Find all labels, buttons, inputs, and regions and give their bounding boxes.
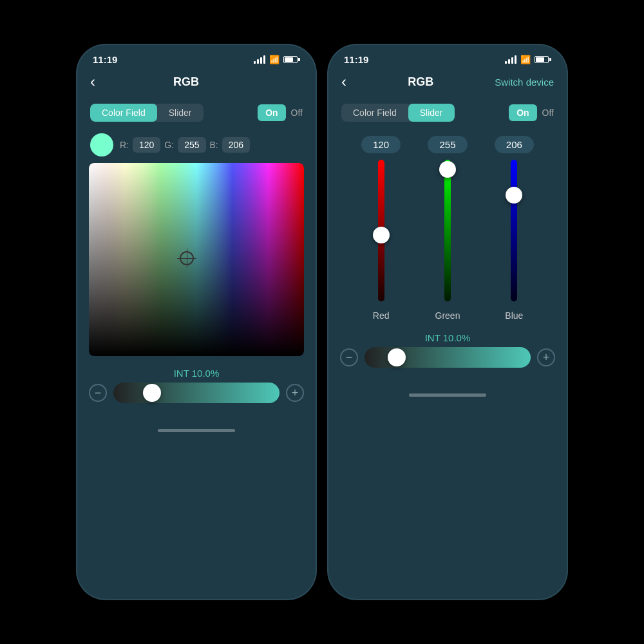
green-channel-label: Green bbox=[435, 310, 460, 321]
status-icons-left: 📶 bbox=[254, 55, 300, 64]
home-indicator-right bbox=[409, 393, 486, 397]
green-slider-col: 255 Green bbox=[428, 136, 467, 321]
b-label-left: B: bbox=[210, 140, 218, 150]
switch-device-button[interactable]: Switch device bbox=[495, 77, 554, 88]
r-label-left: R: bbox=[120, 140, 129, 150]
battery-icon-left bbox=[283, 56, 300, 63]
intensity-plus-right[interactable]: + bbox=[537, 348, 555, 366]
intensity-track-left[interactable] bbox=[113, 383, 279, 403]
blue-value-badge: 206 bbox=[495, 136, 534, 153]
rgb-values-left: R: 120 G: 255 B: 206 bbox=[120, 137, 250, 153]
intensity-minus-right[interactable]: − bbox=[340, 348, 358, 366]
sliders-area: 120 Red bbox=[328, 129, 567, 327]
g-label-left: G: bbox=[164, 140, 174, 150]
svg-rect-2 bbox=[511, 160, 517, 301]
blue-slider-thumb[interactable] bbox=[506, 187, 522, 204]
battery-icon-right bbox=[535, 56, 551, 63]
int-label-right: INT 10.0% bbox=[328, 327, 567, 347]
off-label-left[interactable]: Off bbox=[291, 108, 303, 118]
signal-icon-right bbox=[505, 55, 516, 64]
signal-icon-left bbox=[254, 55, 265, 64]
status-icons-right: 📶 bbox=[505, 55, 551, 64]
back-button-left[interactable]: ‹ bbox=[90, 73, 95, 91]
color-preview-row-left: R: 120 G: 255 B: 206 bbox=[77, 129, 316, 163]
red-slider-col: 120 Red bbox=[361, 136, 401, 321]
intensity-row-right: − + bbox=[328, 347, 567, 381]
intensity-thumb-right[interactable] bbox=[388, 348, 406, 366]
blue-slider-col: 206 Blue bbox=[495, 136, 534, 321]
back-button-right[interactable]: ‹ bbox=[341, 73, 346, 91]
blue-slider-track[interactable] bbox=[507, 160, 520, 301]
segment-color-field-left[interactable]: Color Field bbox=[90, 104, 157, 122]
segment-group-left: Color Field Slider bbox=[90, 104, 204, 122]
segment-group-right: Color Field Slider bbox=[341, 104, 455, 122]
blue-channel-label: Blue bbox=[505, 310, 523, 321]
green-slider-thumb[interactable] bbox=[439, 161, 456, 178]
intensity-minus-left[interactable]: − bbox=[89, 384, 107, 402]
on-button-left[interactable]: On bbox=[258, 104, 285, 121]
red-slider-track[interactable] bbox=[375, 160, 388, 301]
g-value-left[interactable]: 255 bbox=[178, 137, 205, 153]
nav-title-left: RGB bbox=[173, 75, 199, 89]
nav-bar-right: ‹ RGB Switch device bbox=[328, 70, 567, 99]
nav-title-right: RGB bbox=[408, 75, 433, 89]
phones-container: 11:19 📶 ‹ RGB bbox=[64, 19, 580, 625]
int-label-left: INT 10.0% bbox=[77, 363, 316, 383]
on-off-group-left: On Off bbox=[258, 104, 303, 121]
on-off-group-right: On Off bbox=[509, 104, 554, 121]
green-slider-track[interactable] bbox=[441, 160, 454, 301]
time-right: 11:19 bbox=[344, 54, 368, 65]
status-bar-left: 11:19 📶 bbox=[77, 45, 316, 70]
green-value-badge: 255 bbox=[428, 136, 467, 153]
crosshair-left bbox=[180, 251, 194, 265]
nav-bar-left: ‹ RGB bbox=[77, 70, 316, 99]
red-slider-thumb[interactable] bbox=[373, 227, 390, 243]
intensity-plus-left[interactable]: + bbox=[286, 384, 304, 402]
phone-left: 11:19 📶 ‹ RGB bbox=[77, 45, 316, 599]
red-value-badge: 120 bbox=[361, 136, 401, 153]
segment-slider-right[interactable]: Slider bbox=[408, 104, 455, 122]
time-left: 11:19 bbox=[93, 54, 117, 65]
phone-right: 11:19 📶 ‹ RGB Swi bbox=[328, 45, 567, 599]
on-button-right[interactable]: On bbox=[509, 104, 536, 121]
wifi-icon-left: 📶 bbox=[269, 55, 279, 64]
r-value-left[interactable]: 120 bbox=[133, 137, 160, 153]
off-label-right[interactable]: Off bbox=[542, 108, 554, 118]
wifi-icon-right: 📶 bbox=[520, 55, 531, 64]
red-channel-label: Red bbox=[373, 310, 390, 321]
segment-slider-left[interactable]: Slider bbox=[157, 104, 204, 122]
blue-slider-svg bbox=[507, 160, 520, 301]
color-circle-left bbox=[90, 133, 113, 156]
home-indicator-left bbox=[158, 429, 235, 432]
intensity-thumb-left[interactable] bbox=[143, 384, 161, 402]
segment-row-right: Color Field Slider On Off bbox=[328, 99, 567, 129]
color-field-wrap-left[interactable] bbox=[89, 163, 304, 356]
b-value-left[interactable]: 206 bbox=[222, 137, 250, 153]
status-bar-right: 11:19 📶 bbox=[328, 45, 567, 70]
segment-row-left: Color Field Slider On Off bbox=[77, 99, 316, 129]
segment-color-field-right[interactable]: Color Field bbox=[341, 104, 408, 122]
green-slider-svg bbox=[441, 160, 454, 301]
intensity-row-left: − + bbox=[77, 383, 316, 416]
intensity-track-right[interactable] bbox=[365, 347, 531, 368]
svg-rect-1 bbox=[444, 160, 451, 301]
